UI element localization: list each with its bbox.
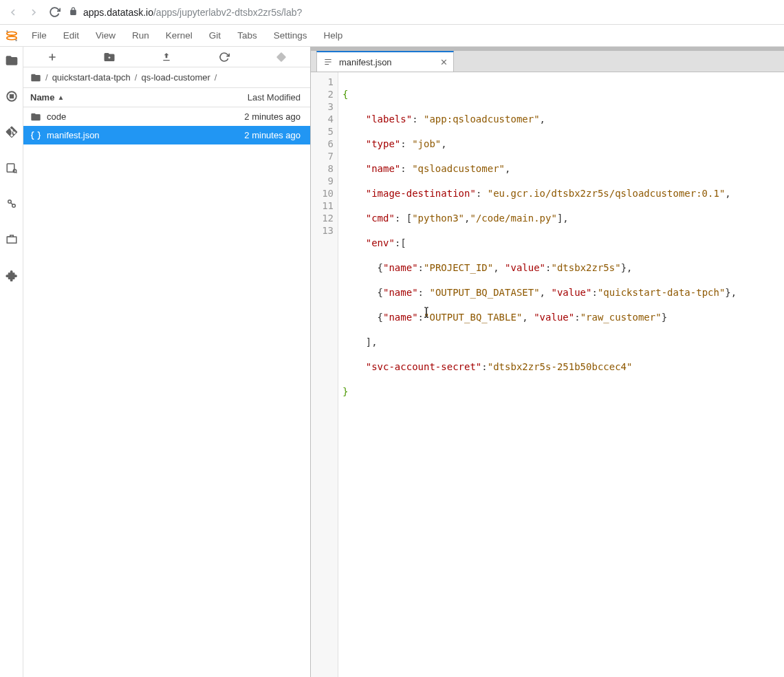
address-bar[interactable]: apps.datatask.io/apps/jupyterlabv2-dtsbx…: [69, 7, 777, 18]
sort-arrow-icon: ▲: [57, 94, 64, 101]
breadcrumb-seg1[interactable]: quickstart-data-tpch: [52, 72, 131, 83]
jupyter-logo[interactable]: [0, 28, 23, 43]
svg-point-1: [7, 36, 17, 39]
svg-point-0: [7, 32, 17, 35]
code-editor[interactable]: 12345678910111213 { "labels": "app:qsloa…: [311, 72, 784, 677]
extension-icon[interactable]: [5, 268, 19, 282]
col-modified-header[interactable]: Last Modified: [207, 92, 310, 103]
json-icon: [30, 130, 41, 141]
json-icon: [323, 56, 334, 67]
file-modified: 2 minutes ago: [207, 111, 310, 122]
build-icon[interactable]: [5, 197, 19, 211]
col-name-header[interactable]: Name ▲: [23, 92, 207, 103]
menu-run[interactable]: Run: [124, 26, 157, 45]
line-gutter: 12345678910111213: [311, 72, 338, 677]
text-cursor-icon: [422, 306, 431, 319]
svg-rect-10: [7, 237, 17, 243]
lock-icon: [69, 7, 78, 18]
url-host: apps.datatask.io: [83, 7, 153, 18]
tab-bar: manifest.json ✕: [311, 51, 784, 72]
menu-help[interactable]: Help: [315, 26, 351, 45]
svg-point-3: [15, 39, 17, 41]
svg-point-2: [6, 30, 8, 32]
menu-file[interactable]: File: [23, 26, 55, 45]
git-icon[interactable]: [5, 125, 19, 139]
editor-area: manifest.json ✕ 12345678910111213 { "lab…: [311, 47, 784, 677]
close-icon[interactable]: ✕: [440, 57, 448, 67]
menu-view[interactable]: View: [87, 26, 124, 45]
upload-button[interactable]: [160, 50, 173, 64]
toc-icon[interactable]: [5, 161, 19, 175]
menu-git[interactable]: Git: [201, 26, 229, 45]
git-clone-button[interactable]: [274, 50, 288, 64]
menu-tabs[interactable]: Tabs: [229, 26, 265, 45]
file-row-folder[interactable]: code 2 minutes ago: [23, 107, 310, 126]
tabs-icon[interactable]: [5, 233, 19, 246]
menu-edit[interactable]: Edit: [55, 26, 87, 45]
file-row-json[interactable]: manifest.json 2 minutes ago: [23, 126, 310, 144]
file-modified: 2 minutes ago: [207, 130, 310, 140]
jupyterlab-menubar: File Edit View Run Kernel Git Tabs Setti…: [0, 25, 784, 47]
breadcrumb-seg2[interactable]: qs-load-customer: [141, 72, 210, 83]
folder-icon[interactable]: [30, 72, 41, 83]
menu-kernel[interactable]: Kernel: [157, 26, 201, 45]
activity-bar: [0, 47, 23, 677]
browser-toolbar: apps.datatask.io/apps/jupyterlabv2-dtsbx…: [0, 0, 784, 25]
new-folder-button[interactable]: [102, 50, 116, 64]
folder-icon[interactable]: [5, 54, 19, 67]
forward-button[interactable]: [28, 6, 40, 19]
reload-button[interactable]: [48, 6, 61, 19]
new-launcher-button[interactable]: [45, 50, 59, 64]
file-toolbar: [23, 47, 310, 67]
menu-settings[interactable]: Settings: [265, 26, 316, 45]
file-list-headers: Name ▲ Last Modified: [23, 88, 310, 107]
file-browser: / quickstart-data-tpch / qs-load-custome…: [23, 47, 311, 677]
svg-rect-5: [10, 95, 13, 98]
refresh-button[interactable]: [217, 50, 231, 64]
back-button[interactable]: [7, 6, 19, 19]
tab-title: manifest.json: [339, 57, 392, 67]
running-icon[interactable]: [5, 89, 19, 103]
file-name: manifest.json: [47, 130, 100, 140]
tab-manifest[interactable]: manifest.json ✕: [316, 51, 454, 72]
code-content[interactable]: { "labels": "app:qsloadcustomer", "type"…: [338, 72, 784, 677]
url-path: /apps/jupyterlabv2-dtsbx2zr5s/lab?: [153, 7, 302, 18]
file-name: code: [47, 111, 66, 122]
folder-icon: [30, 111, 41, 122]
breadcrumb: / quickstart-data-tpch / qs-load-custome…: [23, 67, 310, 88]
